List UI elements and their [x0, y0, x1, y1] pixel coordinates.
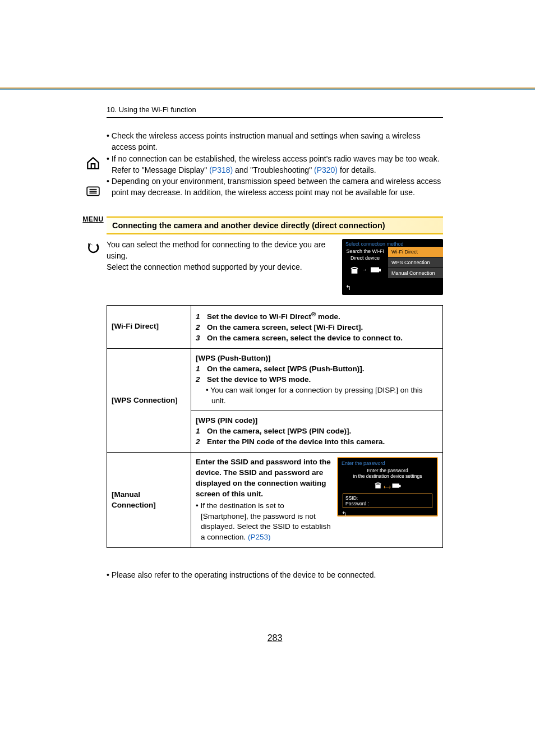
camera-screen-select-method: Select connection method Search the Wi-F…	[342, 239, 443, 295]
table-row: [Wi-Fi Direct] 1Set the device to Wi-Fi …	[107, 305, 443, 348]
tips-list: Check the wireless access points instruc…	[107, 130, 443, 199]
svg-rect-4	[371, 267, 379, 272]
page-number[interactable]: 283	[107, 633, 443, 643]
page-link[interactable]: (P253)	[248, 533, 271, 541]
row-label: [Manual Connection]	[107, 453, 191, 548]
intro-text: You can select the method for connecting…	[107, 239, 333, 295]
menu-option: Manual Connection	[388, 268, 443, 278]
menu-option-selected: Wi-Fi Direct	[388, 247, 443, 257]
toc-icon[interactable]	[83, 183, 103, 200]
menu-button[interactable]: MENU	[83, 211, 103, 228]
table-row: [Manual Connection] Enter the SSID and p…	[107, 453, 443, 548]
back-glyph: ↰	[342, 283, 443, 293]
home-icon[interactable]	[83, 155, 103, 172]
footer-note: Please also refer to the operating instr…	[107, 570, 443, 579]
svg-rect-6	[393, 483, 400, 488]
table-row: [WPS Connection] [WPS (Push-Button)] 1On…	[107, 348, 443, 411]
tip-item: Check the wireless access points instruc…	[107, 130, 443, 153]
row-label: [Wi-Fi Direct]	[107, 305, 191, 348]
connection-icons: ⟷	[338, 480, 437, 492]
main-content: 10. Using the Wi-Fi function Check the w…	[107, 105, 443, 643]
camera-device-icons: →	[348, 264, 382, 275]
svg-rect-7	[399, 485, 401, 487]
back-icon[interactable]	[83, 239, 103, 256]
tip-item: If no connection can be established, the…	[107, 153, 443, 176]
row-label: [WPS Connection]	[107, 348, 191, 452]
section-heading: Connecting the camera and another device…	[107, 216, 443, 234]
page-link[interactable]: (P318)	[209, 165, 233, 174]
side-nav: MENU	[0, 105, 107, 643]
breadcrumb: 10. Using the Wi-Fi function	[107, 105, 443, 118]
svg-rect-5	[379, 269, 381, 271]
tip-item: Depending on your environment, transmiss…	[107, 176, 443, 199]
page-link[interactable]: (P320)	[314, 165, 338, 174]
menu-option: WPS Connection	[388, 257, 443, 268]
camera-screen-enter-password: Enter the password Enter the passwordin …	[337, 457, 438, 517]
connection-methods-table: [Wi-Fi Direct] 1Set the device to Wi-Fi …	[107, 305, 443, 548]
back-glyph: ↰	[338, 509, 437, 519]
